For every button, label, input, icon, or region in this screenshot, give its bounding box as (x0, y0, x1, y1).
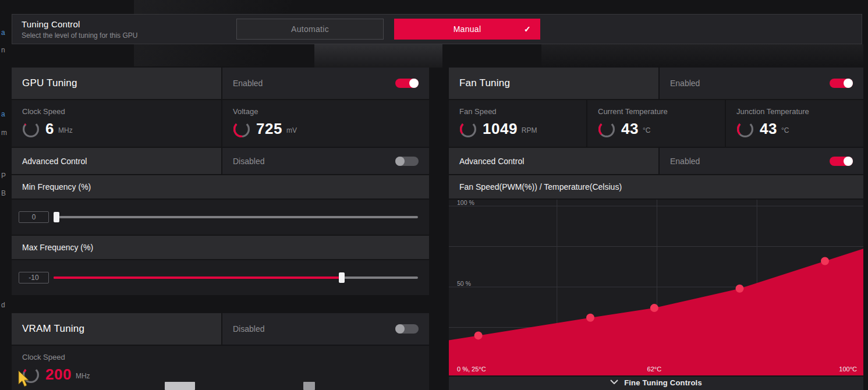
fan-curve-point-1[interactable] (586, 314, 594, 322)
gpu-advanced-control-label: Advanced Control (22, 157, 87, 166)
gpu-clock-speed-label: Clock Speed (22, 107, 221, 116)
gpu-tuning-header: GPU Tuning (12, 68, 221, 99)
fan-tuning-state-cell: Enabled (660, 68, 863, 99)
fan-speed-gauge-icon (459, 120, 477, 138)
background-text-fragment: B (1, 190, 6, 197)
min-frequency-slider-handle[interactable] (54, 212, 59, 222)
gpu-tuning-state-label: Enabled (233, 79, 263, 88)
gpu-clock-speed-value: 6 (45, 120, 54, 138)
mouse-cursor (17, 370, 30, 388)
vram-tuning-state-label: Disabled (233, 324, 264, 334)
fan-curve-point-0[interactable] (474, 331, 483, 339)
check-icon: ✓ (524, 24, 531, 34)
fan-advanced-control-label: Advanced Control (459, 157, 524, 166)
gpu-voltage-label: Voltage (233, 107, 429, 116)
gpu-voltage-stat: Voltage 725 mV (221, 100, 429, 147)
gpu-tuning-toggle[interactable] (395, 79, 419, 88)
fan-tuning-card: Fan Tuning Enabled Fan Speed 1049 RPM Cu… (449, 68, 863, 377)
max-frequency-value[interactable]: -10 (19, 272, 49, 283)
fan-curve-point-2[interactable] (650, 304, 658, 312)
fan-curve-header-row: Fan Speed(PWM(%)) / Temperature(Celsius) (449, 175, 863, 198)
background-text-fragment: P (1, 172, 6, 179)
vram-clock-speed-unit: MHz (76, 372, 90, 380)
fan-curve-header: Fan Speed(PWM(%)) / Temperature(Celsius) (459, 182, 622, 192)
max-frequency-label-row: Max Frequency (%) (12, 236, 429, 259)
gauge-arc (598, 120, 615, 138)
max-frequency-slider[interactable] (54, 272, 418, 283)
gpu-tuning-state-cell: Enabled (222, 68, 429, 99)
fan-speed-label: Fan Speed (459, 107, 586, 116)
gpu-tuning-card: GPU Tuning Enabled Clock Speed 6 MHz Vol… (12, 68, 429, 296)
current-temperature-label: Current Temperature (598, 107, 725, 116)
fan-tuning-state-label: Enabled (670, 79, 700, 88)
gpu-clock-speed-stat: Clock Speed 6 MHz (12, 100, 221, 147)
manual-button-label: Manual (454, 24, 481, 34)
fan-tuning-toggle[interactable] (830, 79, 853, 88)
tuning-control-text: Tuning Control Select the level of tunin… (22, 19, 137, 40)
gpu-tuning-title: GPU Tuning (22, 77, 77, 89)
fan-advanced-control-header: Advanced Control (449, 148, 658, 174)
gpu-advanced-state-label: Disabled (233, 157, 264, 166)
max-frequency-track[interactable] (54, 276, 418, 279)
junction-temperature-gauge-icon (736, 120, 754, 138)
fine-tuning-controls-label: Fine Tuning Controls (624, 378, 702, 387)
x-tick-label: 62°C (647, 366, 662, 373)
fine-tuning-controls-button[interactable]: Fine Tuning Controls (449, 377, 863, 390)
max-frequency-slider-handle[interactable] (339, 272, 345, 283)
background-edge-strip: anamPBd (0, 0, 12, 390)
vram-tuning-header: VRAM Tuning (12, 313, 221, 345)
gpu-voltage-value: 725 (256, 120, 282, 138)
fan-advanced-state-cell: Enabled (660, 148, 863, 174)
fan-curve-chart[interactable]: 100 %50 %0 %, 25°C62°C100°C (449, 200, 863, 375)
fan-curve-area (449, 249, 863, 375)
gauge-arc (22, 120, 40, 138)
fan-speed-value: 1049 (483, 120, 518, 138)
current-temperature-stat: Current Temperature 43 °C (586, 100, 725, 147)
x-tick-label: 0 %, 25°C (457, 366, 486, 373)
fan-curve-chart-panel: 100 %50 %0 %, 25°C62°C100°C (449, 200, 863, 375)
vram-tuning-card: VRAM Tuning Disabled Clock Speed 200 MHz (12, 313, 429, 390)
max-frequency-fill (54, 276, 342, 279)
fan-curve-point-4[interactable] (821, 257, 829, 265)
gpu-clock-speed-unit: MHz (58, 126, 73, 134)
background-glow (314, 44, 442, 68)
gpu-advanced-state-cell: Disabled (222, 148, 429, 174)
min-frequency-slider-row: 0 (12, 200, 429, 235)
junction-temperature-value: 43 (760, 120, 777, 138)
vram-clock-speed-value: 200 (45, 366, 72, 384)
fan-speed-unit: RPM (522, 126, 537, 134)
background-text-fragment: n (1, 47, 5, 54)
gpu-advanced-control-header: Advanced Control (12, 148, 221, 174)
y-tick-label: 100 % (457, 200, 474, 206)
min-frequency-track[interactable] (54, 216, 418, 218)
gauge-arc (736, 120, 754, 138)
current-temperature-unit: °C (643, 126, 650, 134)
vram-clock-speed-label: Clock Speed (22, 353, 429, 361)
min-frequency-value[interactable]: 0 (19, 211, 49, 223)
min-frequency-label: Min Frequency (%) (22, 182, 91, 192)
vram-tuning-toggle[interactable] (395, 324, 419, 334)
tuning-control-title: Tuning Control (22, 19, 137, 29)
x-tick-label: 100°C (839, 366, 857, 373)
chevron-down-icon (610, 380, 618, 384)
fan-advanced-control-toggle[interactable] (830, 157, 853, 166)
fan-curve-point-3[interactable] (736, 285, 744, 293)
max-frequency-label: Max Frequency (%) (22, 243, 93, 252)
fan-tuning-title: Fan Tuning (459, 77, 510, 89)
current-temperature-value: 43 (621, 120, 639, 138)
fan-speed-stat: Fan Speed 1049 RPM (449, 100, 586, 147)
fan-advanced-state-label: Enabled (670, 157, 700, 166)
background-window-fragment (303, 382, 315, 390)
background-text-fragment: a (1, 29, 5, 36)
background-glow (541, 44, 863, 68)
min-frequency-slider[interactable] (54, 212, 418, 222)
manual-button[interactable]: Manual ✓ (394, 19, 540, 40)
junction-temperature-label: Junction Temperature (736, 107, 863, 116)
automatic-button[interactable]: Automatic (236, 19, 384, 40)
clock-speed-gauge-icon (22, 120, 40, 138)
amd-tuning-screen: anamPBd Tuning Control Select the level … (0, 0, 868, 390)
gpu-advanced-control-toggle[interactable] (395, 157, 419, 166)
gauge-arc (459, 120, 477, 138)
voltage-gauge-icon (233, 120, 250, 138)
y-tick-label: 50 % (457, 280, 471, 287)
